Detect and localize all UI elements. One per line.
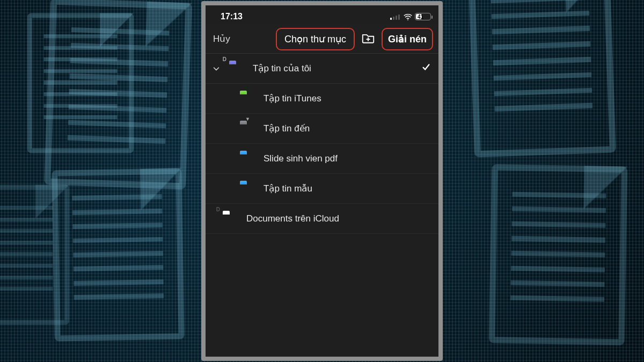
folder-row-root[interactable]: Tập tin của tôi bbox=[206, 54, 438, 84]
bg-doc-icon bbox=[468, 0, 616, 158]
battery-icon: 41 bbox=[415, 13, 431, 20]
cancel-button[interactable]: Hủy bbox=[211, 30, 232, 48]
svg-point-0 bbox=[407, 19, 408, 20]
bg-doc-icon bbox=[0, 185, 69, 325]
bg-doc-icon bbox=[52, 168, 185, 341]
new-folder-button[interactable] bbox=[359, 30, 377, 48]
folder-icon bbox=[229, 62, 245, 75]
battery-percent: 41 bbox=[418, 14, 423, 20]
folder-icon bbox=[240, 182, 256, 195]
folder-icon bbox=[240, 152, 256, 165]
phone-frame: 17:13 41 Hủy Chọn thư mục bbox=[201, 1, 443, 361]
cellular-signal-icon bbox=[390, 13, 400, 20]
folder-label: Tập tin đến bbox=[264, 123, 431, 134]
wifi-icon bbox=[403, 13, 412, 20]
folder-row[interactable]: Tập tin đến bbox=[206, 114, 438, 144]
folder-icon bbox=[240, 92, 256, 105]
folder-row[interactable]: Slide sinh vien pdf bbox=[206, 144, 438, 174]
folder-list[interactable]: Tập tin của tôi Tập tin iTunes Tập tin đ… bbox=[206, 54, 438, 357]
checkmark-icon bbox=[421, 62, 431, 75]
folder-icon bbox=[240, 122, 256, 135]
folder-label: Tập tin của tôi bbox=[253, 63, 414, 74]
folder-label: Documents trên iCloud bbox=[246, 213, 431, 224]
folder-row[interactable]: Tập tin mẫu bbox=[206, 174, 438, 204]
chevron-down-icon bbox=[211, 65, 222, 72]
folder-label: Tập tin iTunes bbox=[264, 93, 431, 104]
page-title: Chọn thư mục bbox=[276, 28, 355, 50]
folder-label: Slide sinh vien pdf bbox=[264, 153, 431, 164]
bg-doc-icon bbox=[489, 164, 628, 345]
bg-doc-icon bbox=[27, 13, 134, 153]
nav-header: Hủy Chọn thư mục Giải nén bbox=[206, 25, 438, 54]
extract-button[interactable]: Giải nén bbox=[382, 28, 433, 50]
folder-icon bbox=[223, 212, 239, 225]
bg-doc-icon bbox=[44, 0, 192, 190]
folder-row-icloud[interactable]: Documents trên iCloud bbox=[206, 204, 438, 234]
status-time: 17:13 bbox=[221, 12, 243, 21]
folder-row[interactable]: Tập tin iTunes bbox=[206, 84, 438, 114]
folder-label: Tập tin mẫu bbox=[264, 183, 431, 194]
status-right: 41 bbox=[390, 13, 431, 20]
status-bar: 17:13 41 bbox=[206, 5, 438, 25]
